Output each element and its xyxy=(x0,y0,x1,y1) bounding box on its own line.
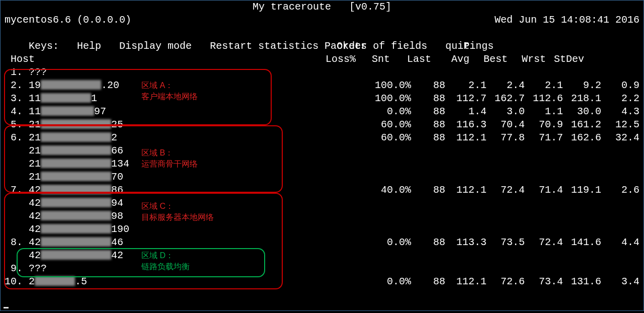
col-wrst: Wrst xyxy=(508,53,546,66)
hop-row: 1. ??? xyxy=(1,66,643,79)
hdr-pings: Pings xyxy=(463,40,494,52)
hop-host: 1. ??? xyxy=(5,66,125,79)
col-best: Best xyxy=(469,53,508,66)
col-last: Last xyxy=(390,53,431,66)
hop-row: 4242 xyxy=(1,249,643,262)
hop-host: 9. ??? xyxy=(5,262,125,275)
col-snt: Snt xyxy=(356,53,390,66)
app-title: My traceroute [v0.75] xyxy=(1,1,643,14)
redacted-ip xyxy=(41,211,111,220)
hop-host: 8. 4246 xyxy=(5,236,125,249)
redacted-ip xyxy=(41,145,111,155)
hop-row: 21134 xyxy=(1,158,643,171)
hop-row: 2170 xyxy=(1,171,643,184)
hop-stats: 100.0%88112.7162.7112.6218.12.2 xyxy=(367,92,643,105)
hop-stats: 60.0%88112.177.871.7162.632.4 xyxy=(367,131,643,144)
column-headers: HostLoss%SntLastAvgBestWrstStDev xyxy=(1,53,643,66)
hdr-packets: Packets xyxy=(325,40,367,52)
section-headers: Packets Pings xyxy=(1,40,643,53)
hop-host: 4242 xyxy=(5,249,125,262)
redacted-ip xyxy=(41,159,111,168)
redacted-ip xyxy=(41,132,111,142)
hop-row: 6. 21260.0%88112.177.871.7162.632.4 xyxy=(1,131,643,144)
hop-row: 4294 xyxy=(1,197,643,210)
terminal-cursor xyxy=(4,307,9,308)
hop-row: 42190 xyxy=(1,223,643,236)
redacted-ip xyxy=(41,185,111,194)
hop-stats: 40.0%88112.172.471.4119.12.6 xyxy=(367,184,643,197)
hop-row: 9. ??? xyxy=(1,262,643,275)
hop-host: 21134 xyxy=(5,158,125,171)
hop-host: 4. 1197 xyxy=(5,105,125,118)
terminal-window: My traceroute [v0.75] mycentos6.6 (0.0.0… xyxy=(0,0,644,311)
redacted-ip xyxy=(41,93,91,103)
hop-host: 10. 2.5 xyxy=(5,275,125,288)
col-stdev: StDev xyxy=(546,53,584,66)
hop-host: 4294 xyxy=(5,197,125,210)
redacted-ip xyxy=(41,237,111,247)
hop-row: 10. 2.50.0%88112.172.673.4131.63.4 xyxy=(1,275,643,288)
keys-line: Keys: Help Display mode Restart statisti… xyxy=(1,27,643,40)
hop-rows: 1. ??? 2. 19.20100.0%882.12.42.19.20.9 3… xyxy=(1,66,643,288)
hop-host: 7. 4286 xyxy=(5,184,125,197)
hop-host: 2170 xyxy=(5,171,125,184)
redacted-ip xyxy=(41,250,111,260)
redacted-ip xyxy=(41,80,101,90)
hop-row: 2166 xyxy=(1,144,643,158)
hop-host: 2. 19.20 xyxy=(5,79,125,92)
redacted-ip xyxy=(41,198,111,207)
hop-stats: 60.0%88116.370.470.9161.212.5 xyxy=(367,118,643,131)
redacted-ip xyxy=(41,172,111,181)
hop-host: 2166 xyxy=(5,144,125,158)
hop-stats: 0.0%881.43.01.130.04.3 xyxy=(367,105,643,118)
col-host: Host xyxy=(5,53,311,66)
redacted-ip xyxy=(35,276,75,286)
hop-row: 2. 19.20100.0%882.12.42.19.20.9 xyxy=(1,79,643,92)
hop-row: 3. 111100.0%88112.7162.7112.6218.12.2 xyxy=(1,92,643,105)
redacted-ip xyxy=(41,224,111,233)
col-loss: Loss% xyxy=(311,53,356,66)
hop-host: 3. 111 xyxy=(5,92,125,105)
hop-stats: 100.0%882.12.42.19.20.9 xyxy=(367,79,643,92)
hop-stats: 0.0%88112.172.673.4131.63.4 xyxy=(367,275,643,288)
hop-host: 6. 212 xyxy=(5,131,125,144)
hop-row: 5. 212560.0%88116.370.470.9161.212.5 xyxy=(1,118,643,131)
hop-row: 7. 428640.0%88112.172.471.4119.12.6 xyxy=(1,184,643,197)
hop-row: 8. 42460.0%88113.373.572.4141.64.4 xyxy=(1,236,643,249)
redacted-ip xyxy=(41,106,94,116)
hop-row: 4. 11970.0%881.43.01.130.04.3 xyxy=(1,105,643,118)
hop-stats: 0.0%88113.373.572.4141.64.4 xyxy=(367,236,643,249)
redacted-ip xyxy=(41,119,111,129)
datetime: Wed Jun 15 14:08:41 2016 xyxy=(495,14,639,27)
hop-host: 4298 xyxy=(5,210,125,223)
host-line: mycentos6.6 (0.0.0.0) Wed Jun 15 14:08:4… xyxy=(1,14,643,27)
hop-host: 5. 2125 xyxy=(5,118,125,131)
hop-row: 4298 xyxy=(1,210,643,223)
hop-host: 42190 xyxy=(5,223,125,236)
col-avg: Avg xyxy=(431,53,469,66)
local-host: mycentos6.6 (0.0.0.0) xyxy=(5,14,131,27)
